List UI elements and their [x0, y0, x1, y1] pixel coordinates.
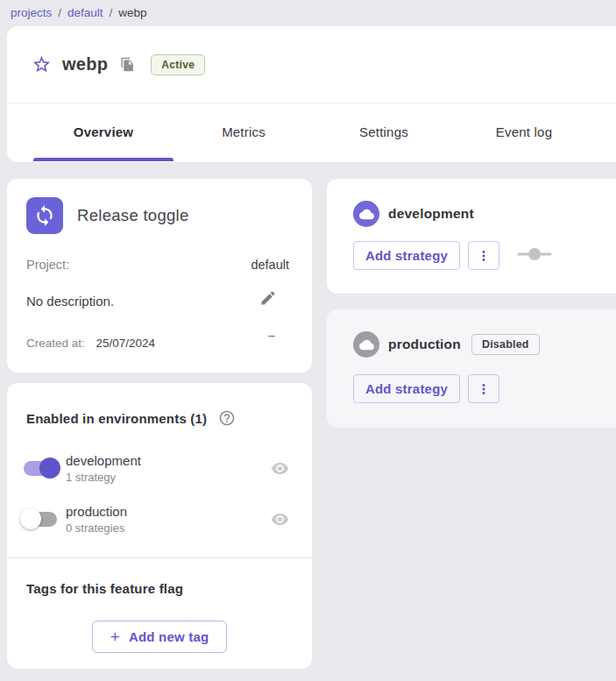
tab-overview[interactable]: Overview: [33, 103, 173, 161]
empty-value-dash: –: [268, 328, 275, 343]
panel-actions: Add strategy: [353, 374, 499, 403]
visibility-icon[interactable]: [271, 459, 289, 478]
cloud-icon: [353, 201, 379, 227]
tab-metrics[interactable]: Metrics: [173, 103, 314, 161]
environment-row-development: development 1 strategy: [21, 448, 289, 488]
add-new-tag-button[interactable]: + Add new tag: [92, 621, 227, 653]
kebab-menu-icon[interactable]: [468, 241, 499, 270]
created-at-row: Created at: 25/07/2024: [26, 337, 155, 350]
feature-type-header: Release toggle: [26, 197, 189, 234]
add-new-tag-label: Add new tag: [129, 629, 209, 644]
breadcrumb-separator: /: [110, 6, 113, 19]
environments-heading-row: Enabled in environments (1): [26, 409, 236, 427]
project-row: Project: default: [26, 258, 289, 272]
feature-type-label: Release toggle: [77, 206, 189, 225]
plus-icon: +: [110, 628, 120, 645]
strategy-count: 1 strategy: [66, 471, 141, 484]
panel-header: development: [353, 201, 474, 227]
feature-title-row: webp Active: [7, 26, 616, 103]
add-strategy-button[interactable]: Add strategy: [353, 241, 460, 270]
breadcrumb: projects / default / webp: [0, 0, 616, 25]
page-title: webp: [62, 54, 108, 74]
breadcrumb-default-link[interactable]: default: [67, 6, 103, 19]
visibility-icon[interactable]: [271, 510, 289, 528]
feature-details-card: Release toggle Project: default No descr…: [7, 179, 312, 372]
feature-flag-overview-page: projects / default / webp webp Active Ov…: [0, 0, 616, 681]
tab-settings[interactable]: Settings: [314, 103, 454, 161]
pencil-icon[interactable]: [259, 289, 277, 307]
panel-actions: Add strategy: [353, 241, 552, 270]
production-toggle[interactable]: [21, 508, 60, 529]
sdk-connection-icon: [517, 246, 552, 266]
breadcrumb-projects-link[interactable]: projects: [11, 6, 52, 19]
copy-name-icon[interactable]: [120, 57, 136, 73]
active-tab-indicator: [33, 158, 173, 161]
breadcrumb-current: webp: [118, 6, 146, 19]
created-at-label: Created at:: [26, 337, 85, 350]
status-badge: Active: [151, 54, 205, 75]
favorite-star-icon[interactable]: [31, 54, 52, 75]
feature-header-card: webp Active Overview Metrics Settings Ev…: [7, 26, 616, 162]
description-text: No description.: [26, 294, 114, 309]
production-environment-panel: production Disabled Add strategy: [327, 309, 616, 428]
environment-name: development: [66, 453, 141, 468]
help-icon[interactable]: [218, 409, 236, 427]
environments-heading: Enabled in environments (1): [26, 411, 207, 426]
created-at-value: 25/07/2024: [96, 337, 156, 350]
strategy-count: 0 strategies: [66, 521, 127, 535]
environment-name: production: [66, 504, 127, 519]
environments-card: Enabled in environments (1) development …: [7, 383, 312, 669]
disabled-badge: Disabled: [471, 334, 540, 355]
add-strategy-button[interactable]: Add strategy: [353, 374, 460, 403]
breadcrumb-separator: /: [58, 6, 61, 19]
environment-panel-name: development: [388, 206, 474, 222]
project-value[interactable]: default: [251, 258, 289, 272]
development-toggle[interactable]: [21, 458, 60, 479]
environment-panel-name: production: [388, 337, 461, 352]
environment-row-production: production 0 strategies: [21, 499, 289, 539]
release-toggle-icon: [26, 197, 63, 234]
development-environment-panel: development Add strategy: [327, 179, 616, 294]
tags-heading: Tags for this feature flag: [26, 581, 183, 596]
cloud-icon: [353, 331, 379, 358]
tab-bar: Overview Metrics Settings Event log: [33, 103, 594, 161]
kebab-menu-icon[interactable]: [468, 374, 499, 403]
panel-header: production Disabled: [353, 331, 540, 358]
card-divider: [7, 557, 312, 558]
tab-event-log[interactable]: Event log: [454, 103, 594, 161]
project-label: Project:: [26, 258, 69, 272]
